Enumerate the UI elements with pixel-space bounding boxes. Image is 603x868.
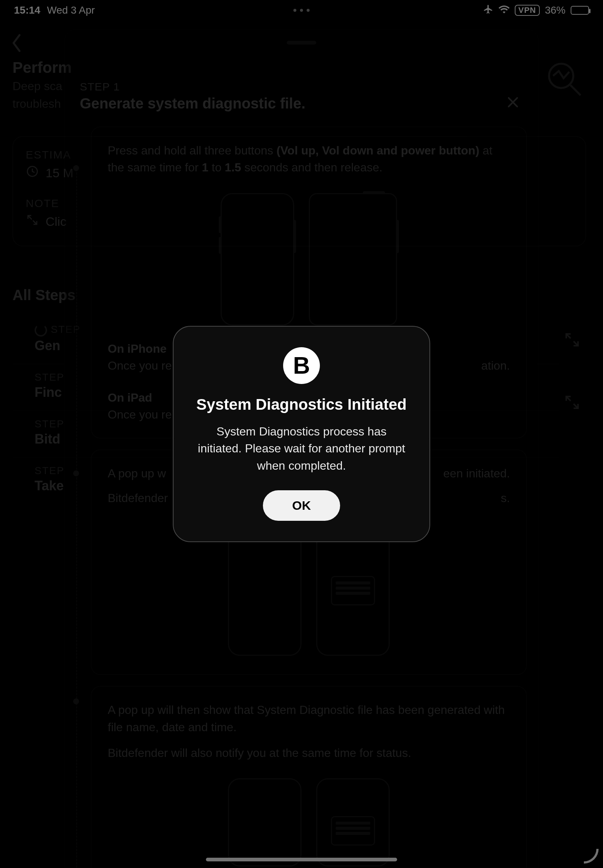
modal-overlay: B System Diagnostics Initiated System Di… [0, 0, 603, 868]
ok-button[interactable]: OK [263, 490, 340, 521]
modal-body: System Diagnostics process has initiated… [194, 423, 409, 474]
bitdefender-logo-icon: B [283, 347, 320, 384]
diagnostics-modal: B System Diagnostics Initiated System Di… [173, 326, 430, 542]
modal-title: System Diagnostics Initiated [194, 396, 409, 413]
